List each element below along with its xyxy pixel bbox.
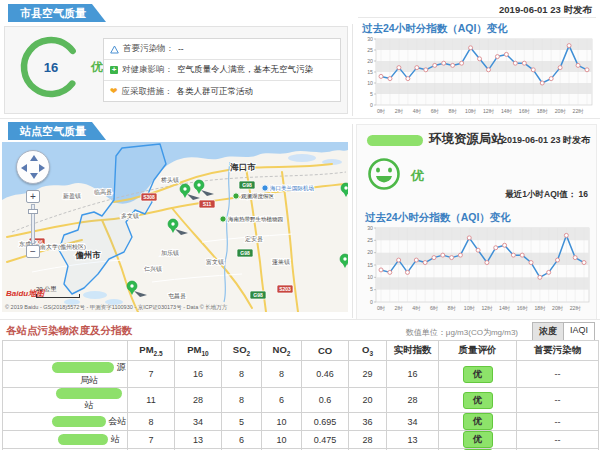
table-row: 站 1128860.62028 优 -- <box>3 388 599 413</box>
svg-text:16时: 16时 <box>519 108 531 114</box>
road-shield: S203 <box>277 285 293 293</box>
road-shield: S11 <box>199 200 215 208</box>
map-zoom-control[interactable]: + − <box>26 190 40 258</box>
col-header: SO2 <box>222 341 262 361</box>
rating-badge: 优 <box>463 413 493 430</box>
station-name-suffix: 站 <box>111 434 120 444</box>
divider <box>0 319 600 320</box>
unit-toggle-group: 浓度 IAQI <box>532 322 595 341</box>
zoom-in-button[interactable]: + <box>26 190 40 203</box>
zoom-slider-handle[interactable] <box>28 209 38 214</box>
map-scalebar <box>36 294 80 298</box>
redacted-station-name <box>56 388 122 399</box>
svg-text:5: 5 <box>370 286 373 292</box>
pan-right-icon[interactable] <box>39 164 45 172</box>
svg-text:8时: 8时 <box>448 305 457 311</box>
redacted-station-name <box>58 434 108 445</box>
svg-text:25: 25 <box>367 47 373 53</box>
divider <box>358 17 596 18</box>
value-cell: 36 <box>349 413 387 431</box>
svg-text:6时: 6时 <box>430 305 439 311</box>
table-row: 源局站 716880.462916 优 -- <box>3 361 599 388</box>
table-header: PM2.5PM10SO2NO2COO3实时指数质量评价首要污染物 <box>3 341 599 361</box>
pollutant-table: PM2.5PM10SO2NO2COO3实时指数质量评价首要污染物 源局站 716… <box>2 340 599 450</box>
map-city-label: 海口市 <box>229 162 256 172</box>
station-name-cell: 源局站 <box>3 361 128 388</box>
map-attribution: © 2019 Baidu - GS(2018)5572号 - 甲测资字11009… <box>5 304 227 311</box>
svg-text:S203: S203 <box>279 286 291 292</box>
toggle-iaqi[interactable]: IAQI <box>564 322 595 341</box>
value-cell: 16 <box>175 361 222 388</box>
value-cell: 13 <box>175 431 222 449</box>
value-cell: 8 <box>222 388 262 413</box>
recent-aqi: 最近1小时AQI值： 16 <box>505 189 588 201</box>
value-cell: 0.475 <box>302 431 349 449</box>
rating-cell: 优 <box>439 431 517 449</box>
value-cell: 29 <box>349 361 387 388</box>
tab-station-air-quality: 站点空气质量 <box>8 122 106 140</box>
value-cell: 6 <box>222 431 262 449</box>
col-header: 质量评价 <box>439 341 517 361</box>
value-cell: 8 <box>128 413 175 431</box>
info-row: + 对健康影响： 空气质量令人满意，基本无空气污染 <box>104 60 340 81</box>
col-header: 实时指数 <box>387 341 439 361</box>
baidu-map[interactable]: G98G98G98S308S11S306S203观澜湖度假区海南热带野生动植物园… <box>2 142 348 312</box>
station-detail-panel: 环境资源局站 2019-06-01 23 时发布 优 最近1小时AQI值： 16… <box>356 124 597 320</box>
value-cell: 0.695 <box>302 413 349 431</box>
primary-pollutant-cell: -- <box>517 431 599 449</box>
svg-text:4时: 4时 <box>413 108 422 114</box>
air-quality-dashboard: 市县空气质量 2019-06-01 23 时发布 16 优 首要污染物： --+… <box>0 0 600 450</box>
zoom-out-button[interactable]: − <box>26 245 40 258</box>
station-name-suffix: 站 <box>85 400 94 410</box>
measure-heart-icon: ❤ <box>110 87 118 96</box>
map-town-label: 临高县 <box>94 188 112 196</box>
tab-city-label: 市县空气质量 <box>20 7 86 19</box>
col-header: NO2 <box>262 341 302 361</box>
pan-down-icon[interactable] <box>30 173 38 179</box>
tab-station-label: 站点空气质量 <box>20 125 86 137</box>
svg-text:观澜湖度假区: 观澜湖度假区 <box>241 193 275 200</box>
svg-text:S11: S11 <box>203 201 212 207</box>
svg-text:15: 15 <box>367 69 373 75</box>
map-pan-control[interactable] <box>16 150 50 184</box>
svg-text:20时: 20时 <box>555 108 567 114</box>
table-title: 各站点污染物浓度及分指数 <box>6 324 132 338</box>
col-header: PM2.5 <box>128 341 175 361</box>
map-scale: 20 公里 <box>36 285 80 298</box>
map-town-label: 仁兴镇 <box>144 265 162 272</box>
svg-text:0时: 0时 <box>377 305 386 311</box>
zoom-slider[interactable] <box>31 204 35 244</box>
rating-badge: 优 <box>463 431 493 448</box>
svg-text:2时: 2时 <box>395 305 404 311</box>
station-name-suffix: 会站 <box>108 416 126 426</box>
svg-text:18时: 18时 <box>534 305 546 311</box>
svg-text:S308: S308 <box>143 194 155 200</box>
table-row: 站 7136100.4752813 优 -- <box>3 431 599 449</box>
col-header: 首要污染物 <box>517 341 599 361</box>
value-cell: 16 <box>387 361 439 388</box>
aqi-info-box: 首要污染物： --+ 对健康影响： 空气质量令人满意，基本无空气污染❤ 应采取措… <box>103 38 341 102</box>
redacted-station-prefix <box>367 135 423 146</box>
map-poi[interactable]: 海南热带野生动植物园 <box>220 216 283 223</box>
value-cell: 6 <box>262 388 302 413</box>
svg-text:25: 25 <box>367 237 373 243</box>
primary-pollutant-cell: -- <box>517 361 599 388</box>
svg-text:15: 15 <box>367 262 373 268</box>
map-poi[interactable]: 海口美兰国际机场 <box>262 185 314 192</box>
aqi-gauge-value: 16 <box>19 60 83 75</box>
svg-text:30: 30 <box>367 36 373 42</box>
city-aqi-card: 16 优 首要污染物： --+ 对健康影响： 空气质量令人满意，基本无空气污染❤… <box>4 26 348 114</box>
svg-text:20: 20 <box>367 249 373 255</box>
pan-up-icon[interactable] <box>30 155 38 161</box>
svg-text:30: 30 <box>367 225 373 231</box>
value-cell: 20 <box>349 388 387 413</box>
svg-text:14时: 14时 <box>499 305 511 311</box>
publish-time-station: 2019-06-01 23 时发布 <box>502 134 590 147</box>
station-name-cell: 站 <box>3 431 128 449</box>
map-scale-label: 20 公里 <box>36 286 56 292</box>
info-row: ❤ 应采取措施： 各类人群可正常活动 <box>104 81 340 102</box>
info-label: 首要污染物： <box>123 43 174 55</box>
value-cell: 5 <box>222 413 262 431</box>
pan-left-icon[interactable] <box>21 164 27 172</box>
toggle-concentration[interactable]: 浓度 <box>532 322 564 341</box>
